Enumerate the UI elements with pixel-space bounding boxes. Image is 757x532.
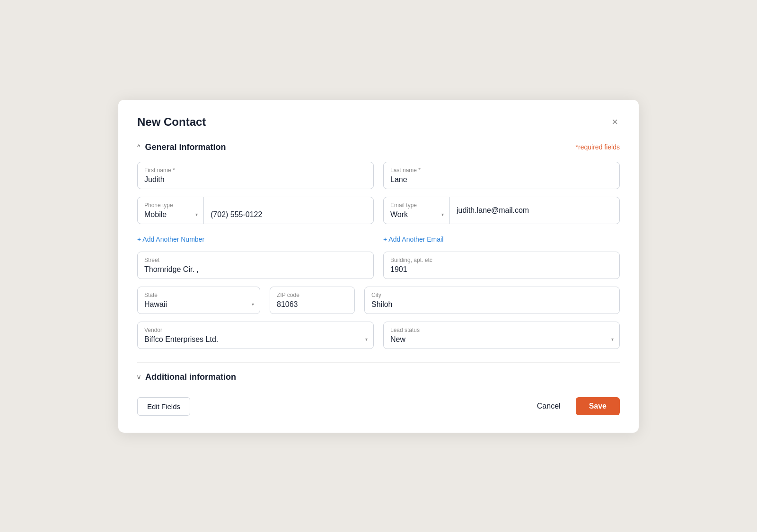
modal-header: New Contact × — [137, 115, 620, 129]
phone-type-group[interactable]: Phone type Mobile ▾ — [138, 197, 204, 224]
city-value: Shiloh — [371, 300, 392, 308]
city-field[interactable]: City Shiloh — [364, 287, 620, 314]
close-button[interactable]: × — [610, 115, 620, 129]
vendor-field[interactable]: Vendor Biffco Enterprises Ltd. ▾ — [137, 322, 374, 349]
lead-status-label: Lead status — [390, 327, 613, 333]
add-links-row: + Add Another Number + Add Another Email — [137, 232, 620, 244]
add-number-cell: + Add Another Number — [137, 232, 374, 244]
edit-fields-button[interactable]: Edit Fields — [137, 397, 190, 416]
modal-title: New Contact — [137, 115, 206, 129]
general-chevron-icon[interactable]: ^ — [137, 143, 141, 151]
state-zip-city-row: State Hawaii ▾ ZIP code 81063 City Shilo… — [137, 287, 620, 314]
building-value: 1901 — [390, 265, 407, 273]
email-value: judith.lane@mail.com — [457, 206, 529, 215]
email-type-label: Email type — [390, 202, 443, 209]
add-email-button[interactable]: + Add Another Email — [383, 235, 443, 244]
general-section-title: General information — [145, 142, 226, 152]
city-label: City — [371, 292, 613, 298]
additional-section-header: v Additional information — [137, 372, 620, 382]
additional-chevron-icon[interactable]: v — [137, 373, 141, 381]
footer-actions: Cancel Save — [529, 397, 620, 415]
first-name-field[interactable]: First name * Judith — [137, 162, 374, 189]
last-name-value: Lane — [390, 175, 407, 183]
last-name-label: Last name * — [390, 167, 613, 174]
zip-value: 81063 — [277, 300, 298, 308]
email-type-value: Work — [390, 210, 443, 219]
vendor-dropdown-icon[interactable]: ▾ — [365, 337, 368, 342]
general-section-header: ^ General information *required fields — [137, 142, 620, 152]
building-label: Building, apt. etc — [390, 257, 613, 263]
lead-status-field[interactable]: Lead status New ▾ — [383, 322, 620, 349]
first-name-label: First name * — [144, 167, 367, 174]
email-field[interactable]: Email type Work ▾ judith.lane@mail.com — [383, 197, 620, 224]
save-button[interactable]: Save — [576, 397, 620, 415]
phone-number-value: (702) 555-0122 — [211, 210, 367, 219]
building-field[interactable]: Building, apt. etc 1901 — [383, 252, 620, 279]
vendor-label: Vendor — [144, 327, 367, 333]
modal-footer: Edit Fields Cancel Save — [137, 397, 620, 416]
state-field[interactable]: State Hawaii ▾ — [137, 287, 260, 314]
phone-field[interactable]: Phone type Mobile ▾ (702) 555-0122 — [137, 197, 374, 224]
additional-section-title: Additional information — [145, 372, 236, 382]
name-row: First name * Judith Last name * Lane — [137, 162, 620, 189]
cancel-button[interactable]: Cancel — [529, 397, 568, 415]
lead-status-value: New — [390, 335, 405, 343]
last-name-field[interactable]: Last name * Lane — [383, 162, 620, 189]
email-value-group[interactable]: judith.lane@mail.com — [450, 197, 619, 224]
first-name-value: Judith — [144, 175, 165, 183]
state-label: State — [144, 292, 253, 298]
email-type-group[interactable]: Email type Work ▾ — [384, 197, 450, 224]
add-email-cell: + Add Another Email — [383, 232, 620, 244]
state-value: Hawaii — [144, 300, 167, 308]
street-field[interactable]: Street Thornridge Cir. , — [137, 252, 374, 279]
email-type-dropdown-icon[interactable]: ▾ — [441, 212, 444, 217]
new-contact-modal: New Contact × ^ General information *req… — [118, 100, 639, 433]
street-value: Thornridge Cir. , — [144, 265, 199, 273]
required-note: *required fields — [576, 143, 620, 151]
phone-type-dropdown-icon[interactable]: ▾ — [195, 212, 198, 217]
vendor-lead-row: Vendor Biffco Enterprises Ltd. ▾ Lead st… — [137, 322, 620, 349]
general-title-group: ^ General information — [137, 142, 226, 152]
form-grid: First name * Judith Last name * Lane Pho… — [137, 162, 620, 349]
phone-email-row: Phone type Mobile ▾ (702) 555-0122 Email… — [137, 197, 620, 224]
phone-number-group[interactable]: (702) 555-0122 — [204, 197, 373, 224]
state-dropdown-icon[interactable]: ▾ — [252, 302, 254, 307]
zip-label: ZIP code — [277, 292, 348, 298]
add-number-button[interactable]: + Add Another Number — [137, 235, 204, 244]
additional-section: v Additional information — [137, 362, 620, 382]
address-row: Street Thornridge Cir. , Building, apt. … — [137, 252, 620, 279]
phone-type-value: Mobile — [144, 210, 197, 219]
street-label: Street — [144, 257, 367, 263]
zip-field[interactable]: ZIP code 81063 — [270, 287, 355, 314]
vendor-value: Biffco Enterprises Ltd. — [144, 335, 218, 343]
lead-status-dropdown-icon[interactable]: ▾ — [611, 337, 614, 342]
phone-type-label: Phone type — [144, 202, 197, 209]
